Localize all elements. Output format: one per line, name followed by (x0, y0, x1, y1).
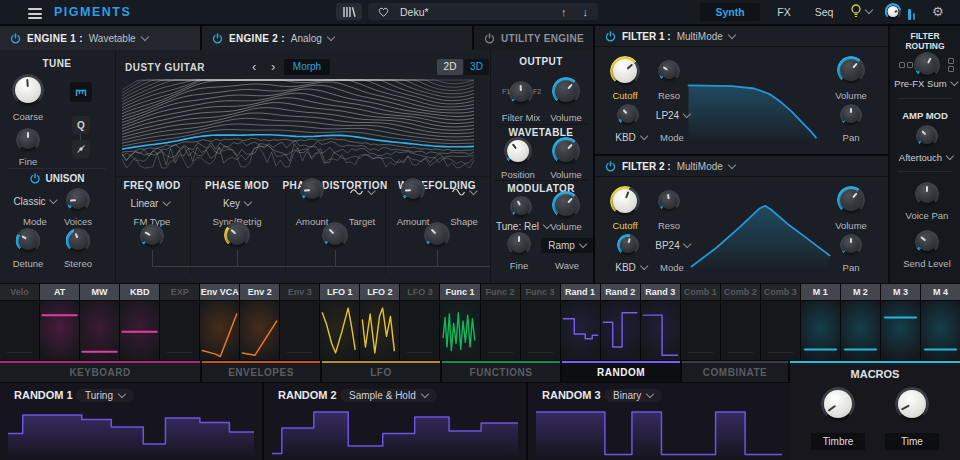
mod-slot-env-2[interactable]: Env 2 (240, 284, 279, 360)
mod-slot-label[interactable]: Rand 1 (561, 284, 600, 300)
random-3-mode-select[interactable]: Binary (604, 389, 662, 402)
view-2d-button[interactable]: 2D (437, 59, 463, 75)
group-tab-random[interactable]: RANDOM (562, 361, 680, 382)
filter1-pan-knob[interactable] (840, 104, 862, 126)
mod-slot-comb-3[interactable]: Comb 3 (761, 284, 800, 360)
modulator-tune-knob[interactable] (510, 196, 532, 218)
filter2-curve-display[interactable] (687, 194, 837, 268)
heart-icon[interactable] (378, 7, 389, 17)
phase-distortion-mod-knob[interactable] (322, 222, 348, 248)
wavetable-name[interactable]: DUSTY GUITAR (125, 62, 205, 73)
filter1-type-select[interactable]: MultiMode (677, 31, 723, 42)
mod-slot-label[interactable]: Velo (0, 284, 39, 300)
mod-slot-label[interactable]: Rand 3 (641, 284, 680, 300)
tab-seq[interactable]: Seq (804, 3, 844, 21)
master-volume-knob[interactable] (885, 3, 902, 20)
engine1-type-select[interactable]: Wavetable (89, 33, 136, 44)
mod-slot-label[interactable]: Comb 3 (761, 284, 800, 300)
filter1-kbd-select[interactable]: KBD (615, 132, 647, 143)
mod-slot-label[interactable]: M 1 (801, 284, 840, 300)
unison-mode-select[interactable]: Classic (13, 196, 56, 207)
engine-volume-knob[interactable] (552, 77, 580, 105)
tips-bulb-icon[interactable] (850, 4, 862, 19)
mod-slot-env-vca[interactable]: Env VCA (200, 284, 239, 360)
filter-mix-knob[interactable] (509, 81, 533, 105)
mod-slot-label[interactable]: Comb 1 (681, 284, 720, 300)
macro-timbre-knob[interactable] (821, 387, 855, 421)
mod-slot-rand-2[interactable]: Rand 2 (601, 284, 640, 360)
macro2-label[interactable]: Time (885, 433, 939, 450)
utility-engine-tab[interactable]: UTILITY ENGINE (474, 26, 593, 50)
group-tab-lfo[interactable]: LFO (322, 361, 440, 382)
preset-name[interactable]: Deku* (400, 6, 429, 18)
mod-slot-label[interactable]: KBD (120, 284, 159, 300)
morph-button[interactable]: Morph (284, 59, 330, 75)
wavetable-3d-view[interactable] (118, 78, 486, 170)
gear-icon[interactable]: ⚙ (932, 4, 944, 20)
fm-amount-knob[interactable] (140, 224, 164, 248)
mod-slot-label[interactable]: M 4 (921, 284, 960, 300)
mod-slot-m-2[interactable]: M 2 (841, 284, 880, 360)
mod-slot-comb-2[interactable]: Comb 2 (721, 284, 760, 360)
filter1-mode-select[interactable]: LP24 (656, 110, 690, 121)
mod-slot-exp[interactable]: EXP (160, 284, 199, 360)
amp-mod-knob[interactable] (916, 125, 938, 147)
wavefolding-amount-knob[interactable] (401, 178, 425, 202)
mod-slot-rand-3[interactable]: Rand 3 (641, 284, 680, 360)
filter1-volume-knob[interactable] (837, 56, 865, 84)
voice-pan-knob[interactable] (915, 182, 939, 206)
send-level-knob[interactable] (915, 230, 939, 254)
view-3d-button[interactable]: 3D (464, 59, 489, 75)
power-icon[interactable] (30, 173, 41, 184)
filter2-cutoff-knob[interactable] (610, 186, 640, 216)
prev-wavetable-button[interactable]: ‹ (252, 59, 256, 74)
chevron-down-icon[interactable] (865, 6, 873, 14)
mod-slot-m-3[interactable]: M 3 (881, 284, 920, 360)
mod-slot-kbd[interactable]: KBD (120, 284, 159, 360)
group-tab-keyboard[interactable]: KEYBOARD (0, 361, 200, 382)
mod-slot-label[interactable]: LFO 1 (320, 284, 359, 300)
sync-retrig-select[interactable]: Key (223, 198, 251, 209)
mod-slot-env-3[interactable]: Env 3 (280, 284, 319, 360)
group-tab-envelopes[interactable]: ENVELOPES (202, 361, 320, 382)
mod-slot-func-2[interactable]: Func 2 (481, 284, 520, 360)
filter-routing-knob[interactable] (914, 52, 940, 78)
mod-slot-label[interactable]: LFO 3 (400, 284, 439, 300)
mod-slot-label[interactable]: LFO 2 (360, 284, 399, 300)
filter2-type-select[interactable]: MultiMode (677, 161, 723, 172)
library-button[interactable] (336, 3, 362, 20)
routing-mode-select[interactable]: Pre-FX Sum (894, 78, 957, 89)
group-tab-functions[interactable]: FUNCTIONS (442, 361, 560, 382)
mod-slot-label[interactable]: Func 2 (481, 284, 520, 300)
unison-voices-knob[interactable] (66, 188, 90, 212)
mod-slot-label[interactable]: Env 3 (280, 284, 319, 300)
power-icon[interactable] (605, 161, 616, 172)
mod-slot-lfo-1[interactable]: LFO 1 (320, 284, 359, 360)
mod-slot-lfo-3[interactable]: LFO 3 (400, 284, 439, 360)
mod-slot-label[interactable]: Comb 2 (721, 284, 760, 300)
preset-browser[interactable]: Deku* ↑ ↓ (368, 3, 598, 20)
menu-icon[interactable] (28, 8, 42, 19)
quantize-button[interactable]: Q (72, 116, 90, 134)
mod-slot-rand-1[interactable]: Rand 1 (561, 284, 600, 360)
mod-slot-label[interactable]: M 2 (841, 284, 880, 300)
mod-slot-label[interactable]: Env VCA (200, 284, 239, 300)
mod-slot-label[interactable]: Rand 2 (601, 284, 640, 300)
phase-mod-amount-knob[interactable] (224, 222, 250, 248)
wavetable-position-knob[interactable] (504, 137, 532, 165)
tab-synth[interactable]: Synth (700, 3, 760, 21)
phase-distortion-target-select[interactable] (350, 188, 375, 196)
mod-slot-m-4[interactable]: M 4 (921, 284, 960, 360)
filter2-mode-select[interactable]: BP24 (655, 240, 690, 251)
filter1-reso-knob[interactable] (658, 60, 680, 82)
mod-slot-label[interactable]: MW (80, 284, 119, 300)
filter1-kbd-knob[interactable] (617, 104, 639, 126)
phase-distortion-amount-knob[interactable] (300, 178, 324, 202)
power-icon[interactable] (212, 33, 223, 44)
unison-stereo-knob[interactable] (66, 228, 91, 253)
wavefolding-mod-knob[interactable] (424, 222, 450, 248)
wavetable-volume-knob[interactable] (552, 137, 580, 165)
mod-slot-label[interactable]: Func 3 (521, 284, 560, 300)
next-wavetable-button[interactable]: › (271, 59, 275, 74)
fine-tune-knob[interactable] (16, 128, 40, 152)
